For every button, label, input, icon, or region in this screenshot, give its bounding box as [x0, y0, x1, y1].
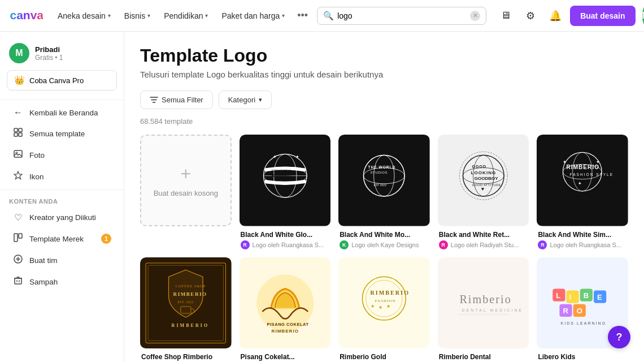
svg-text:RIMBERIO: RIMBERIO — [173, 291, 207, 296]
nav-more-button[interactable]: ••• — [293, 6, 312, 25]
chevron-down-icon: ▾ — [147, 12, 150, 19]
svg-text:LOOKING: LOOKING — [471, 170, 496, 175]
nav-bisnis[interactable]: Bisnis ▾ — [119, 8, 156, 24]
sidebar-item-sampah[interactable]: Sampah — [3, 271, 120, 292]
svg-text:FASHION: FASHION — [375, 298, 396, 303]
svg-text:✦: ✦ — [295, 154, 299, 160]
sidebar-item-template-merek[interactable]: Template Merek 1 — [3, 228, 120, 249]
svg-text:RIMBERIO: RIMBERIO — [271, 174, 291, 178]
sidebar-plan: Gratis • 1 — [35, 54, 63, 62]
card-title-9: Libero Kids — [538, 353, 627, 361]
template-card-3[interactable]: GOOD LOOKING GOODBOY GOOD ATTITUDE ♥ Bla… — [438, 135, 529, 249]
nav-pendidikan[interactable]: Pendidikan ▾ — [158, 8, 214, 24]
nav-icon-group: 🖥 ⚙ 🔔 — [495, 6, 565, 26]
canva-logo[interactable]: canva — [9, 8, 43, 24]
chevron-down-icon: ▾ — [259, 96, 262, 104]
top-navigation: canva Aneka desain ▾ Bisnis ▾ Pendidikan… — [0, 0, 644, 32]
svg-point-6 — [16, 152, 18, 154]
chevron-down-icon: ▾ — [108, 12, 111, 19]
svg-text:GOOD ATTITUDE: GOOD ATTITUDE — [472, 183, 501, 187]
card-info-1: Black And White Glo... R Logo oleh Ruang… — [240, 226, 331, 249]
svg-rect-8 — [14, 234, 18, 242]
svg-rect-9 — [19, 234, 22, 238]
svg-rect-3 — [14, 133, 18, 136]
svg-rect-4 — [19, 133, 22, 136]
template-grid-row1: + Buat desain kosong ✦ ✦ — [140, 135, 628, 249]
template-card-2[interactable]: THE WORLD STUDIOS EST 2022 Black And Whi… — [338, 135, 430, 249]
card-info-5: Coffee Shop Rimberio R Logo oleh ... — [140, 348, 232, 362]
author-avatar-3: R — [439, 240, 448, 249]
svg-text:L: L — [556, 291, 561, 299]
card-info-3: Black and White Ret... R Logo oleh Radiy… — [438, 226, 529, 249]
card-title-6: Pisang Cokelat... — [241, 353, 330, 361]
monitor-icon-button[interactable]: 🖥 — [495, 6, 516, 26]
card-info-8: Rimberio Dental R Logo oleh ... — [438, 348, 529, 362]
svg-text:RIMBERIO: RIMBERIO — [172, 323, 210, 328]
filter-bar: Semua Filter Kategori ▾ — [140, 90, 628, 109]
photo-icon — [12, 149, 24, 161]
crown-icon: 👑 — [14, 75, 25, 85]
svg-text:GOOD: GOOD — [472, 165, 486, 169]
svg-text:R: R — [563, 307, 569, 315]
sidebar-item-foto[interactable]: Foto — [3, 144, 120, 166]
template-card-1[interactable]: ✦ ✦ RIMBERIO STREETWEAR Black And White … — [240, 135, 331, 249]
sidebar: M Pribadi Gratis • 1 👑 Coba Canva Pro ← … — [0, 32, 124, 362]
sidebar-item-buat-tim[interactable]: Buat tim — [3, 249, 120, 271]
svg-rect-13 — [15, 278, 21, 284]
sidebar-item-kembali[interactable]: ← Kembali ke Beranda — [3, 102, 120, 123]
trash-icon — [12, 276, 24, 287]
semua-filter-button[interactable]: Semua Filter — [140, 90, 213, 109]
svg-text:✦: ✦ — [272, 154, 276, 160]
sidebar-item-semua-template[interactable]: Semua template — [3, 123, 120, 144]
search-bar[interactable]: 🔍 ✕ — [317, 7, 486, 25]
svg-text:PISANG COKELAT: PISANG COKELAT — [267, 322, 308, 327]
svg-text:GOODBOY: GOODBOY — [474, 176, 498, 181]
sidebar-username: Pribadi — [35, 45, 63, 54]
sidebar-item-kreator[interactable]: ♡ Kreator yang Diikuti — [3, 207, 120, 228]
svg-text:EST 2022: EST 2022 — [374, 183, 387, 187]
svg-text:♥: ♥ — [481, 186, 484, 192]
svg-rect-1 — [14, 128, 18, 132]
svg-text:O: O — [577, 307, 582, 315]
template-merek-badge: 1 — [101, 234, 111, 244]
page-subtitle: Telusuri template Logo berkualitas tingg… — [140, 70, 628, 79]
user-avatar[interactable]: M — [642, 6, 645, 26]
coba-canva-pro-button[interactable]: 👑 Coba Canva Pro — [7, 70, 117, 90]
svg-text:EST. 2022: EST. 2022 — [178, 300, 194, 303]
nav-menu: Aneka desain ▾ Bisnis ▾ Pendidikan ▾ Pak… — [52, 6, 312, 25]
sidebar-item-ikon[interactable]: Ikon — [3, 166, 120, 187]
svg-text:DENTAL MEDICINE: DENTAL MEDICINE — [462, 308, 523, 312]
empty-design-card[interactable]: + Buat desain kosong — [140, 135, 232, 226]
template-grid-row2: COFFEE SHOP RIMBERIO EST. 2022 RIMBERIO … — [140, 257, 628, 362]
template-card-4[interactable]: RIMBERIO FASHION STYLE ✦ ✦ ✦ Black And W… — [537, 135, 628, 249]
team-icon — [12, 255, 24, 266]
kategori-button[interactable]: Kategori ▾ — [219, 90, 272, 109]
svg-text:RIMBERIO: RIMBERIO — [371, 289, 410, 295]
card-author-2: Logo oleh Kaye Designs — [351, 242, 419, 248]
search-clear-button[interactable]: ✕ — [470, 11, 480, 21]
svg-rect-17 — [240, 135, 331, 226]
help-button[interactable]: ? — [608, 326, 630, 348]
sidebar-avatar: M — [9, 43, 29, 63]
plus-icon: + — [180, 163, 191, 184]
svg-text:KIDS LEARNING: KIDS LEARNING — [561, 321, 607, 325]
nav-paket-harga[interactable]: Paket dan harga ▾ — [216, 8, 290, 24]
svg-rect-64 — [338, 257, 430, 349]
template-card-7[interactable]: RIMBERIO FASHION ★ ★ ★ Rimberio Gold R L… — [338, 257, 430, 362]
svg-text:✦: ✦ — [563, 160, 567, 165]
nav-aneka-desain[interactable]: Aneka desain ▾ — [52, 8, 116, 24]
brand-icon — [12, 233, 24, 244]
konten-section-label: Konten Anda — [0, 192, 124, 207]
template-card-8[interactable]: Rimberio DENTAL MEDICINE Rimberio Dental… — [438, 257, 529, 362]
buat-desain-button[interactable]: Buat desain — [570, 6, 635, 26]
bell-icon-button[interactable]: 🔔 — [545, 6, 565, 26]
svg-text:canva: canva — [10, 8, 43, 21]
svg-text:✦: ✦ — [578, 181, 582, 186]
template-card-5[interactable]: COFFEE SHOP RIMBERIO EST. 2022 RIMBERIO … — [140, 257, 232, 362]
sidebar-divider — [0, 100, 124, 100]
icon-icon — [12, 171, 24, 182]
page-title: Template Logo — [140, 45, 628, 66]
settings-icon-button[interactable]: ⚙ — [520, 6, 541, 26]
search-input[interactable] — [337, 11, 467, 20]
template-card-6[interactable]: PISANG COKELAT RIMBERIO Pisang Cokelat..… — [240, 257, 331, 362]
